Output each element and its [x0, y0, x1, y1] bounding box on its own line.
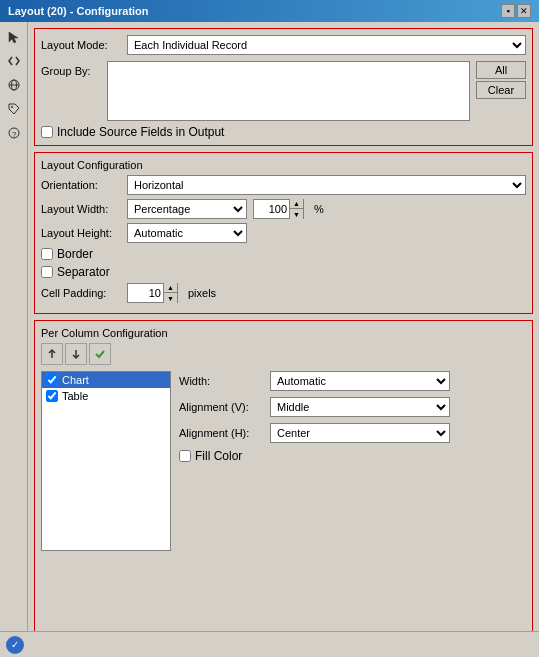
group-by-area: Group By: All Clear	[41, 61, 526, 121]
svg-text:?: ?	[12, 130, 17, 139]
layout-mode-row: Layout Mode: Each Individual Record	[41, 35, 526, 55]
orientation-row: Orientation: Horizontal Vertical	[41, 175, 526, 195]
layout-height-select[interactable]: Automatic Fixed	[127, 223, 247, 243]
chart-label: Chart	[62, 374, 89, 386]
layout-config-label: Layout Configuration	[41, 159, 526, 171]
tag-icon[interactable]	[3, 98, 25, 120]
layout-mode-label: Layout Mode:	[41, 39, 121, 51]
separator-row: Separator	[41, 265, 526, 279]
cell-padding-label: Cell Padding:	[41, 287, 121, 299]
svg-point-3	[11, 106, 13, 108]
separator-checkbox[interactable]	[41, 266, 53, 278]
alignment-h-select[interactable]: Left Center Right	[270, 423, 450, 443]
layout-height-label: Layout Height:	[41, 227, 121, 239]
chart-checkbox[interactable]	[46, 374, 58, 386]
orientation-label: Orientation:	[41, 179, 121, 191]
alignment-v-row: Alignment (V): Top Middle Bottom	[179, 397, 526, 417]
alignment-h-row: Alignment (H): Left Center Right	[179, 423, 526, 443]
code-icon[interactable]	[3, 50, 25, 72]
spinner-up[interactable]: ▲	[289, 199, 303, 209]
clear-button[interactable]: Clear	[476, 81, 526, 99]
per-column-label: Per Column Configuration	[41, 327, 526, 339]
help-icon[interactable]: ?	[3, 122, 25, 144]
layout-width-spinner[interactable]: ▲ ▼	[253, 199, 304, 219]
column-config: Width: Automatic Fixed Percentage Alignm…	[179, 371, 526, 551]
column-list: Chart Table	[41, 371, 171, 551]
width-select[interactable]: Automatic Fixed Percentage	[270, 371, 450, 391]
move-up-button[interactable]	[41, 343, 63, 365]
layout-mode-section: Layout Mode: Each Individual Record Grou…	[34, 28, 533, 146]
cursor-icon[interactable]	[3, 26, 25, 48]
group-by-box[interactable]	[107, 61, 470, 121]
left-toolbar: ?	[0, 22, 28, 657]
globe-icon[interactable]	[3, 74, 25, 96]
window-title: Layout (20) - Configuration	[8, 5, 149, 17]
orientation-select[interactable]: Horizontal Vertical	[127, 175, 526, 195]
layout-width-input[interactable]	[254, 200, 289, 218]
include-source-fields-label: Include Source Fields in Output	[57, 125, 224, 139]
table-label: Table	[62, 390, 88, 402]
all-button[interactable]: All	[476, 61, 526, 79]
fill-color-label: Fill Color	[195, 449, 242, 463]
width-unit-label: %	[314, 203, 324, 215]
check-button[interactable]	[89, 343, 111, 365]
cell-padding-up[interactable]: ▲	[163, 283, 177, 293]
layout-config-section: Layout Configuration Orientation: Horizo…	[34, 152, 533, 314]
per-column-toolbar	[41, 343, 526, 365]
spinner-arrows: ▲ ▼	[289, 199, 303, 219]
cell-padding-row: Cell Padding: ▲ ▼ pixels	[41, 283, 526, 303]
fill-color-row: Fill Color	[179, 449, 526, 463]
column-item-table[interactable]: Table	[42, 388, 170, 404]
alignment-v-select[interactable]: Top Middle Bottom	[270, 397, 450, 417]
cell-padding-input[interactable]	[128, 284, 163, 302]
main-content: ? Layout Mode: Each Individual Record Gr…	[0, 22, 539, 657]
per-column-body: Chart Table Width: Automatic Fixed	[41, 371, 526, 551]
close-button[interactable]: ✕	[517, 4, 531, 18]
title-bar: Layout (20) - Configuration ▪ ✕	[0, 0, 539, 22]
move-down-button[interactable]	[65, 343, 87, 365]
layout-width-type-select[interactable]: Percentage Fixed Automatic	[127, 199, 247, 219]
border-row: Border	[41, 247, 526, 261]
column-item-chart[interactable]: Chart	[42, 372, 170, 388]
width-row: Width: Automatic Fixed Percentage	[179, 371, 526, 391]
window-controls[interactable]: ▪ ✕	[501, 4, 531, 18]
bottom-bar: ✓	[0, 631, 539, 657]
cell-padding-arrows: ▲ ▼	[163, 283, 177, 303]
border-checkbox[interactable]	[41, 248, 53, 260]
table-checkbox[interactable]	[46, 390, 58, 402]
alignment-h-label: Alignment (H):	[179, 427, 264, 439]
layout-width-label: Layout Width:	[41, 203, 121, 215]
separator-label: Separator	[57, 265, 110, 279]
alignment-v-label: Alignment (V):	[179, 401, 264, 413]
include-source-fields-row: Include Source Fields in Output	[41, 125, 526, 139]
status-icon: ✓	[6, 636, 24, 654]
group-by-buttons: All Clear	[476, 61, 526, 99]
layout-height-row: Layout Height: Automatic Fixed	[41, 223, 526, 243]
group-by-label: Group By:	[41, 61, 101, 77]
cell-padding-unit: pixels	[188, 287, 216, 299]
include-source-fields-checkbox[interactable]	[41, 126, 53, 138]
spinner-down[interactable]: ▼	[289, 209, 303, 219]
per-column-section: Per Column Configuration	[34, 320, 533, 651]
fill-color-checkbox[interactable]	[179, 450, 191, 462]
cell-padding-down[interactable]: ▼	[163, 293, 177, 303]
border-label: Border	[57, 247, 93, 261]
layout-mode-select[interactable]: Each Individual Record	[127, 35, 526, 55]
right-panel: Layout Mode: Each Individual Record Grou…	[28, 22, 539, 657]
layout-width-row: Layout Width: Percentage Fixed Automatic…	[41, 199, 526, 219]
cell-padding-spinner[interactable]: ▲ ▼	[127, 283, 178, 303]
width-label: Width:	[179, 375, 264, 387]
pin-button[interactable]: ▪	[501, 4, 515, 18]
